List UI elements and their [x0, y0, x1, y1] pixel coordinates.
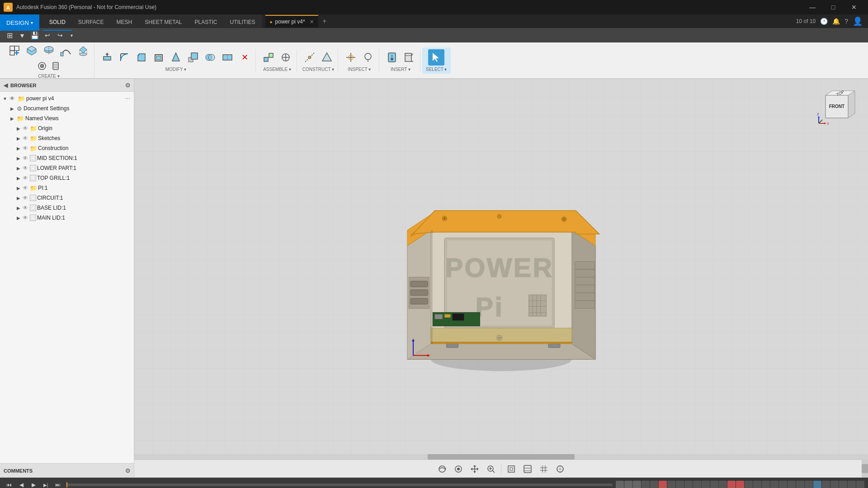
press-pull-button[interactable] [99, 49, 115, 66]
timeline-tool-8[interactable] [684, 481, 693, 488]
file-tab-close[interactable]: ✕ [310, 19, 314, 25]
assemble-2-button[interactable] [278, 49, 294, 66]
tab-utilities[interactable]: UTILITIES [223, 14, 261, 31]
assemble-1-button[interactable] [260, 49, 277, 66]
browser-settings-button[interactable]: ⊙ [125, 82, 130, 89]
root-options[interactable]: ⋯ [125, 95, 130, 102]
maximize-button[interactable]: □ [823, 0, 844, 14]
timeline-tool-red[interactable] [659, 481, 667, 488]
draft-button[interactable] [168, 49, 184, 66]
redo-button[interactable]: ↪ [54, 29, 66, 41]
inspect-1-button[interactable] [343, 49, 359, 66]
timeline-tool-5[interactable] [650, 481, 658, 488]
tab-sheet-metal[interactable]: SHEET METAL [138, 14, 188, 31]
account-icon[interactable]: 👤 [853, 16, 863, 26]
navigation-cube[interactable]: FRONT TOP X Z [816, 86, 857, 127]
timeline-tool-11[interactable] [710, 481, 718, 488]
notification-icon[interactable]: 🔔 [832, 18, 840, 25]
timeline-tool-2[interactable] [624, 481, 632, 488]
extrude-button[interactable] [24, 42, 40, 59]
tree-root[interactable]: ▼ 👁 📁 power pi v4 ⋯ [0, 94, 134, 103]
tree-item-pi[interactable]: ▶ 👁 📁 PI:1 [0, 183, 134, 193]
anim-prev-button[interactable]: ◀ [16, 479, 27, 488]
orbit-button[interactable] [435, 463, 449, 475]
h-scrollbar-thumb[interactable] [428, 454, 575, 460]
tree-item-main-lid[interactable]: ▶ 👁 □ MAIN LID:1 [0, 213, 134, 223]
horizontal-scrollbar[interactable] [134, 454, 868, 460]
combine-button[interactable] [202, 49, 218, 66]
insert-2-button[interactable] [401, 49, 417, 66]
timeline-tool-21[interactable] [822, 481, 830, 488]
display-mode-button[interactable] [520, 463, 535, 475]
file-tab[interactable]: ● power pi v4* ✕ [265, 15, 318, 28]
tree-item-doc-settings[interactable]: ▶ ⚙ Document Settings [0, 103, 134, 113]
hole-button[interactable] [36, 60, 48, 72]
help-icon[interactable]: ? [844, 18, 848, 25]
tab-mesh[interactable]: MESH [110, 14, 139, 31]
delete-button[interactable]: ✕ [236, 49, 253, 66]
anim-play-button[interactable]: ▶ [28, 479, 39, 488]
new-component-button[interactable] [6, 42, 23, 59]
grid-icon[interactable]: ⊞ [4, 29, 15, 41]
thread-button[interactable] [49, 60, 62, 72]
timeline-tool-3[interactable] [633, 481, 641, 488]
fillet-button[interactable] [116, 49, 132, 66]
timeline-tool-7[interactable] [676, 481, 684, 488]
tree-item-base-lid[interactable]: ▶ 👁 □ BASE LID:1 [0, 203, 134, 213]
shell-button[interactable] [151, 49, 167, 66]
chamfer-button[interactable] [133, 49, 150, 66]
zoom-button[interactable] [484, 463, 498, 475]
inspect-2-button[interactable] [360, 49, 376, 66]
timeline-tool-blue[interactable] [813, 481, 821, 488]
scale-button[interactable] [185, 49, 201, 66]
timeline-tool-red3[interactable] [736, 481, 744, 488]
tree-item-construction[interactable]: ▶ 👁 📁 Construction [0, 143, 134, 153]
close-button[interactable]: ✕ [844, 0, 864, 14]
timeline-tool-14[interactable] [753, 481, 761, 488]
tree-item-top-grill[interactable]: ▶ 👁 □ TOP GRILL:1 [0, 173, 134, 183]
tab-surface[interactable]: SURFACE [72, 14, 110, 31]
snap-button[interactable] [553, 463, 567, 475]
minimize-button[interactable]: — [802, 0, 823, 14]
anim-last-button[interactable]: ⏭ [52, 479, 63, 488]
insert-1-button[interactable] [384, 49, 400, 66]
comments-panel[interactable]: COMMENTS ⊙ [0, 463, 134, 478]
timeline-tool-9[interactable] [693, 481, 701, 488]
sweep-button[interactable] [58, 42, 74, 59]
timeline-tool-6[interactable] [667, 481, 675, 488]
tab-solid[interactable]: SOLID [43, 14, 72, 31]
timeline-tool-17[interactable] [779, 481, 787, 488]
viewport[interactable]: POWER Pi [134, 79, 868, 478]
replace-face-button[interactable] [219, 49, 236, 66]
tree-item-circuit[interactable]: ▶ 👁 □ CIRCUIT:1 [0, 193, 134, 203]
tree-item-lower-part[interactable]: ▶ 👁 □ LOWER PART:1 [0, 163, 134, 173]
anim-track[interactable] [66, 483, 613, 486]
scrollbar-thumb[interactable] [862, 464, 868, 473]
timeline-tool-red2[interactable] [727, 481, 736, 488]
add-tab-button[interactable]: + [318, 15, 331, 28]
save-button[interactable]: 💾 [29, 29, 41, 41]
tree-item-origin[interactable]: ▶ 👁 📁 Origin [0, 123, 134, 133]
viewport-scrollbar[interactable] [862, 460, 868, 478]
grid-button[interactable] [537, 463, 551, 475]
loft-button[interactable] [75, 42, 91, 59]
browser-collapse-button[interactable]: ◀ [4, 82, 8, 89]
tree-item-named-views[interactable]: ▶ 📁 Named Views [0, 113, 134, 123]
tab-plastic[interactable]: PLASTIC [188, 14, 223, 31]
anim-first-button[interactable]: ⏮ [4, 479, 14, 488]
tree-item-sketches[interactable]: ▶ 👁 📁 Sketches [0, 133, 134, 143]
anim-next-button[interactable]: ▶| [40, 479, 51, 488]
design-button[interactable]: DESIGN ▾ [0, 14, 39, 31]
undo-button[interactable]: ↩ [42, 29, 53, 41]
timeline-tool-4[interactable] [642, 481, 650, 488]
look-at-button[interactable] [451, 463, 466, 475]
timeline-tool-13[interactable] [745, 481, 753, 488]
timeline-tool-19[interactable] [796, 481, 804, 488]
timeline-tool-23[interactable] [839, 481, 847, 488]
timeline-tool-1[interactable] [616, 481, 624, 488]
timeline-tool-24[interactable] [848, 481, 856, 488]
tree-item-mid-section[interactable]: ▶ 👁 □ MID SECTION:1 [0, 153, 134, 163]
select-button[interactable] [428, 49, 444, 66]
timeline-tool-15[interactable] [762, 481, 770, 488]
timeline-tool-25[interactable] [856, 481, 864, 488]
